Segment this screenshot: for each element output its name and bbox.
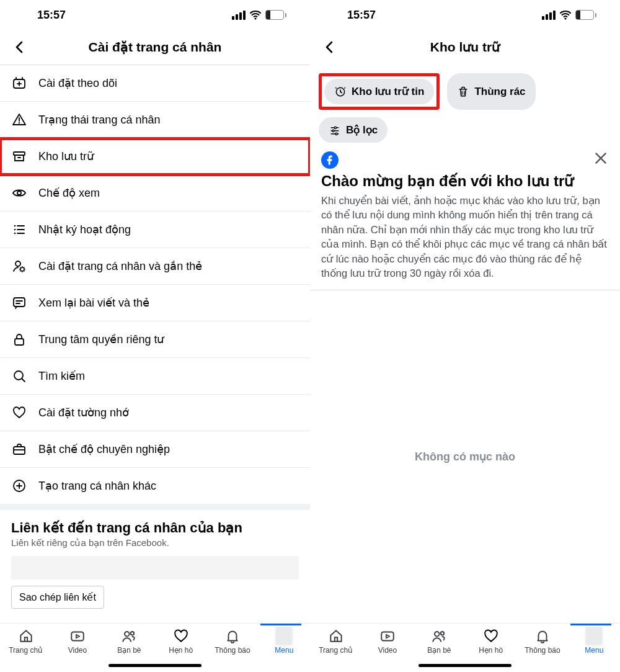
chip-trash[interactable]: Thùng rác <box>447 73 535 110</box>
friends-icon <box>430 627 448 645</box>
empty-text: Không có mục nào <box>415 450 515 464</box>
facebook-logo-icon <box>321 151 339 169</box>
back-button[interactable] <box>320 37 340 57</box>
heart-icon <box>11 405 27 421</box>
tab-label: Trang chủ <box>319 646 353 655</box>
cellular-icon <box>232 11 246 20</box>
link-section-title: Liên kết đến trang cá nhân của bạn <box>11 520 299 536</box>
tab-friends[interactable]: Bạn bè <box>417 627 461 655</box>
tab-notifications[interactable]: Thông báo <box>210 627 255 655</box>
tab-video[interactable]: Video <box>365 627 410 655</box>
wifi-icon <box>249 9 262 21</box>
chip-label: Bộ lọc <box>346 123 378 137</box>
list-icon <box>11 222 27 238</box>
row-review[interactable]: Xem lại bài viết và thẻ <box>0 285 310 321</box>
bell-icon <box>224 627 241 645</box>
tab-menu[interactable]: Menu <box>572 627 616 655</box>
cellular-icon <box>542 11 556 20</box>
status-right: 22 <box>542 9 596 21</box>
briefcase-icon <box>11 441 27 457</box>
settings-list: Cài đặt theo dõi Trạng thái trang cá nhâ… <box>0 65 310 624</box>
status-time: 15:57 <box>37 9 66 22</box>
row-follow[interactable]: Cài đặt theo dõi <box>0 65 310 102</box>
status-bar: 15:57 22 <box>0 0 310 30</box>
row-label: Tìm kiếm <box>38 369 299 383</box>
search-icon <box>11 368 27 384</box>
tab-dating[interactable]: Hẹn hò <box>159 627 203 655</box>
tab-home[interactable]: Trang chủ <box>4 627 48 655</box>
archive-icon <box>11 148 27 164</box>
tab-home[interactable]: Trang chủ <box>314 627 358 655</box>
row-label: Cài đặt trang cá nhân và gắn thẻ <box>38 259 299 273</box>
chip-label: Kho lưu trữ tin <box>352 85 424 98</box>
page-title: Cài đặt trang cá nhân <box>0 40 310 55</box>
eye-icon <box>11 185 27 201</box>
chip-filter[interactable]: Bộ lọc <box>319 117 388 143</box>
status-time: 15:57 <box>347 9 376 22</box>
clock-icon <box>334 86 347 98</box>
battery-icon: 22 <box>265 10 286 20</box>
row-label: Tạo trang cá nhân khác <box>38 479 299 493</box>
tab-label: Video <box>378 646 397 655</box>
menu-icon <box>275 627 293 645</box>
row-label: Kho lưu trữ <box>38 150 299 163</box>
tab-video[interactable]: Video <box>55 627 100 655</box>
home-icon <box>327 627 345 645</box>
filter-icon <box>329 124 341 137</box>
row-search[interactable]: Tìm kiếm <box>0 358 310 395</box>
copy-link-button[interactable]: Sao chép liên kết <box>11 586 104 609</box>
welcome-title: Chào mừng bạn đến với kho lưu trữ <box>321 172 609 190</box>
tab-label: Menu <box>585 646 603 655</box>
row-tagging[interactable]: Cài đặt trang cá nhân và gắn thẻ <box>0 248 310 285</box>
status-bar: 15:57 22 <box>310 0 620 30</box>
welcome-body: Khi chuyển bài viết, ảnh hoặc mục khác v… <box>321 194 609 281</box>
tab-label: Hẹn hò <box>479 646 503 655</box>
row-label: Trung tâm quyền riêng tư <box>38 333 299 346</box>
row-label: Cài đặt tường nhớ <box>38 406 299 419</box>
back-button[interactable] <box>10 37 30 57</box>
warning-icon <box>11 112 27 128</box>
row-viewmode[interactable]: Chế độ xem <box>0 175 310 212</box>
nav-header: Cài đặt trang cá nhân <box>0 30 310 65</box>
close-button[interactable] <box>593 150 609 166</box>
row-create[interactable]: Tạo trang cá nhân khác <box>0 468 310 504</box>
row-memorial[interactable]: Cài đặt tường nhớ <box>0 395 310 431</box>
row-label: Xem lại bài viết và thẻ <box>38 296 299 310</box>
row-pro[interactable]: Bật chế độ chuyên nghiệp <box>0 431 310 468</box>
row-archive[interactable]: Kho lưu trữ <box>0 138 310 175</box>
tab-label: Bạn bè <box>427 646 451 655</box>
row-label: Trạng thái trang cá nhân <box>38 113 299 127</box>
row-privacy[interactable]: Trung tâm quyền riêng tư <box>0 321 310 358</box>
active-tab-indicator <box>570 624 611 625</box>
tab-label: Thông báo <box>525 646 560 655</box>
video-icon <box>379 627 396 645</box>
row-activity[interactable]: Nhật ký hoạt động <box>0 212 310 248</box>
tab-notifications[interactable]: Thông báo <box>520 627 565 655</box>
profile-link-blurred <box>11 556 299 580</box>
tab-dating[interactable]: Hẹn hò <box>469 627 513 655</box>
tab-label: Video <box>68 646 87 655</box>
link-section: Liên kết đến trang cá nhân của bạn Liên … <box>0 510 310 550</box>
video-icon <box>69 627 86 645</box>
chips-row: Kho lưu trữ tin Thùng rác Bộ lọc <box>310 65 620 151</box>
chip-story-archive[interactable]: Kho lưu trữ tin <box>324 79 434 104</box>
tab-menu[interactable]: Menu <box>262 627 306 655</box>
tab-bar: Trang chủ Video Bạn bè Hẹn hò Thông báo … <box>310 624 620 672</box>
row-status[interactable]: Trạng thái trang cá nhân <box>0 102 310 138</box>
bell-icon <box>534 627 551 645</box>
row-label: Chế độ xem <box>38 186 299 200</box>
user-gear-icon <box>11 258 27 274</box>
status-right: 22 <box>232 9 286 21</box>
menu-icon <box>585 627 603 645</box>
row-label: Cài đặt theo dõi <box>38 76 299 90</box>
phone-right: 15:57 22 Kho lưu trữ Kho lưu trữ tin Thù… <box>310 0 620 672</box>
tab-friends[interactable]: Bạn bè <box>107 627 151 655</box>
home-indicator <box>108 664 202 667</box>
tab-label: Trang chủ <box>9 646 43 655</box>
welcome-card: Chào mừng bạn đến với kho lưu trữ Khi ch… <box>310 151 620 290</box>
tab-label: Hẹn hò <box>169 646 193 655</box>
tab-label: Menu <box>275 646 293 655</box>
link-section-sub: Liên kết riêng của bạn trên Facebook. <box>11 537 299 549</box>
home-indicator <box>418 664 512 667</box>
empty-state: Không có mục nào <box>310 290 620 624</box>
